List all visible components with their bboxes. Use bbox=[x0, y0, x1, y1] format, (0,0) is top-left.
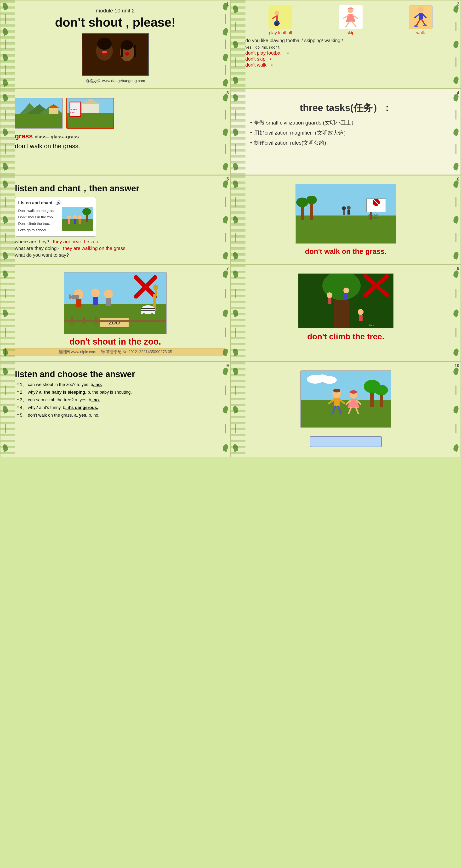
leaf bbox=[232, 270, 239, 278]
vine bbox=[5, 233, 6, 242]
activity-walk: walk bbox=[409, 5, 433, 35]
slide-10: 10 bbox=[230, 362, 461, 457]
svg-point-61 bbox=[296, 197, 308, 207]
leaf bbox=[2, 405, 9, 413]
zoo-watermark-1: 觅图网 www.nipic.com bbox=[58, 350, 96, 354]
answer-input[interactable] bbox=[310, 436, 382, 447]
qa-bullet-2: • bbox=[17, 389, 19, 394]
plant-left-4 bbox=[232, 89, 240, 175]
svg-rect-20 bbox=[348, 8, 354, 9]
svg-rect-37 bbox=[15, 114, 63, 129]
svg-line-24 bbox=[352, 22, 356, 26]
svg-point-5 bbox=[107, 40, 111, 45]
leaf bbox=[222, 251, 229, 260]
svg-rect-67 bbox=[347, 210, 350, 215]
svg-point-19 bbox=[348, 7, 354, 13]
svg-rect-81 bbox=[93, 297, 98, 305]
tree-photo: photo bbox=[298, 273, 394, 328]
vine bbox=[456, 233, 456, 242]
svg-text:Nikon作品: Nikon作品 bbox=[367, 216, 379, 219]
vine bbox=[456, 58, 456, 67]
vine bbox=[225, 14, 226, 24]
leaf bbox=[222, 348, 229, 356]
leaf bbox=[2, 78, 9, 87]
leaf bbox=[232, 309, 239, 317]
vine bbox=[456, 22, 456, 31]
leaf bbox=[452, 76, 459, 84]
bullet-3: • bbox=[250, 140, 252, 146]
qa-bullet-4: • bbox=[17, 405, 19, 410]
photo-container bbox=[82, 33, 149, 76]
leaf bbox=[222, 367, 229, 375]
leaf bbox=[222, 216, 229, 224]
plant-left-9 bbox=[1, 362, 9, 457]
glass-chain: class– glass--grass bbox=[35, 134, 79, 140]
leaf bbox=[2, 443, 9, 452]
qa-3: • 3、 can sam climb the tree? a. yes. b. … bbox=[17, 397, 213, 403]
slide-6: 6 bbox=[230, 175, 461, 265]
svg-rect-110 bbox=[359, 315, 363, 321]
svg-rect-125 bbox=[334, 398, 340, 406]
vine bbox=[235, 145, 236, 154]
vine bbox=[235, 197, 236, 207]
plant-right-1 bbox=[221, 0, 230, 88]
vine bbox=[225, 424, 226, 433]
leaf bbox=[452, 251, 459, 260]
vine bbox=[5, 289, 6, 298]
slide-3: 3 bbox=[0, 89, 230, 175]
plant-right-4 bbox=[452, 89, 460, 175]
grass-scene-2: KEEP OFF bbox=[67, 98, 113, 128]
skip-image bbox=[339, 5, 363, 29]
leaf bbox=[2, 2, 9, 10]
vine bbox=[235, 424, 236, 433]
vine bbox=[5, 197, 6, 207]
svg-point-66 bbox=[347, 206, 350, 210]
vine bbox=[225, 289, 226, 298]
plant-left-3 bbox=[1, 89, 9, 175]
qa-5: • 5、 don't walk on the grass. a. yes. b.… bbox=[17, 412, 213, 418]
svg-line-30 bbox=[422, 20, 425, 25]
svg-point-54 bbox=[73, 215, 77, 219]
vine bbox=[5, 110, 6, 120]
plant-right-2 bbox=[452, 0, 460, 88]
listen-icon: 🔊 bbox=[56, 200, 61, 205]
svg-point-9 bbox=[121, 40, 133, 50]
svg-point-80 bbox=[91, 288, 100, 297]
vine bbox=[456, 289, 456, 298]
svg-rect-100 bbox=[83, 317, 85, 324]
leaf bbox=[222, 443, 229, 452]
svg-point-7 bbox=[102, 51, 107, 53]
grass-word: grass class– glass--grass bbox=[15, 132, 216, 140]
svg-point-107 bbox=[343, 287, 349, 293]
chant-scene-image bbox=[62, 207, 93, 231]
dont-shout-zoo: don't shout in the zoo. bbox=[5, 337, 225, 347]
dot-1 bbox=[287, 53, 288, 54]
svg-point-3 bbox=[98, 40, 103, 45]
svg-point-51 bbox=[82, 208, 91, 215]
svg-line-23 bbox=[346, 22, 349, 27]
plant-left-1 bbox=[1, 0, 9, 88]
svg-rect-10 bbox=[121, 45, 123, 57]
football-label: play football bbox=[269, 30, 293, 35]
leaf bbox=[2, 367, 9, 375]
leaf bbox=[222, 53, 229, 61]
svg-line-16 bbox=[273, 17, 276, 19]
plant-left-5 bbox=[1, 176, 9, 264]
svg-rect-108 bbox=[344, 293, 348, 299]
leaf bbox=[222, 309, 229, 317]
park-svg: cnsphoto Nikon作品 bbox=[296, 184, 396, 244]
svg-text:OFF: OFF bbox=[70, 111, 75, 114]
svg-rect-11 bbox=[134, 45, 136, 57]
listen-chant-title: listen and chant，then answer bbox=[15, 183, 216, 194]
svg-rect-55 bbox=[74, 219, 76, 224]
plant-left-7 bbox=[1, 265, 9, 361]
plant-left-2 bbox=[232, 0, 240, 88]
leaf bbox=[232, 443, 239, 452]
cartoon-scene bbox=[300, 370, 391, 428]
leaf bbox=[2, 128, 9, 136]
svg-rect-14 bbox=[276, 15, 278, 21]
svg-point-15 bbox=[274, 11, 279, 16]
svg-point-109 bbox=[358, 309, 364, 315]
svg-point-122 bbox=[374, 385, 388, 395]
leaf bbox=[222, 93, 229, 101]
